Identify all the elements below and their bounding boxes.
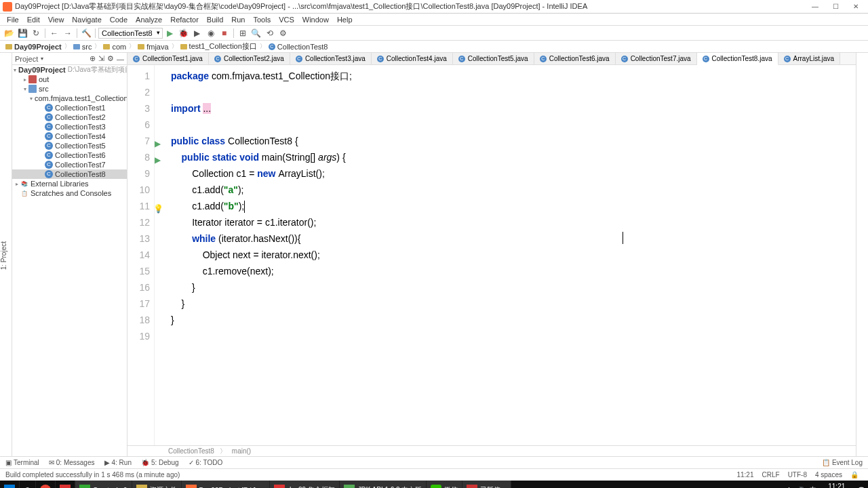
system-tray[interactable]: ˄ 🔊 中 11:21 2020/2/20 💬 <box>787 483 869 488</box>
panel-settings-icon[interactable]: ⚙ <box>107 54 114 63</box>
menu-view[interactable]: View <box>44 16 68 24</box>
save-icon[interactable]: 💾 <box>16 27 28 39</box>
build-status: Build completed successfully in 1 s 468 … <box>5 471 180 479</box>
menu-tools[interactable]: Tools <box>249 16 275 24</box>
open-icon[interactable]: 📂 <box>3 27 15 39</box>
line-separator[interactable]: CRLF <box>758 471 784 479</box>
crumb-file[interactable]: CCollectionTest8 <box>266 43 331 51</box>
todo-tab[interactable]: ✓ 6: TODO <box>189 459 223 466</box>
history-icon[interactable]: ⟲ <box>264 27 276 39</box>
panel-gear-icon[interactable]: ⊕ <box>90 54 96 63</box>
window-title: Day09Project [D:\Java零基础到项目实战框架\day09-集合… <box>15 1 806 12</box>
menu-help[interactable]: Help <box>333 16 357 24</box>
menu-vcs[interactable]: VCS <box>275 16 298 24</box>
menu-edit[interactable]: Edit <box>23 16 44 24</box>
run-tab[interactable]: ▶ 4: Run <box>104 459 132 466</box>
panel-collapse-icon[interactable]: ⇲ <box>98 54 104 63</box>
tab[interactable]: CCollectionTest6.java <box>534 53 616 64</box>
panel-hide-icon[interactable]: — <box>117 55 124 63</box>
terminal-tab[interactable]: ▣ Terminal <box>5 459 39 466</box>
stop-icon[interactable]: ■ <box>218 27 231 39</box>
debug-icon[interactable]: 🐞 <box>178 27 190 39</box>
tab[interactable]: CCollectionTest7.java <box>616 53 697 64</box>
task-wechat[interactable]: 微信 <box>427 481 462 488</box>
menu-refactor[interactable]: Refactor <box>166 16 203 24</box>
task-chrome[interactable] <box>36 481 56 488</box>
task-camtasia[interactable]: Camtasia 9 <box>75 481 132 488</box>
event-log-tab[interactable]: 📋 Event Log <box>822 459 863 466</box>
project-panel: Project ▾ ⊕ ⇲ ⚙ — ▾Day09Project D:\Java零… <box>12 53 127 456</box>
messages-tab[interactable]: ✉ 0: Messages <box>49 459 95 466</box>
settings-icon[interactable]: ⚙ <box>277 27 290 39</box>
project-tree[interactable]: ▾Day09Project D:\Java零基础到项目系 ▸out ▾src ▾… <box>12 65 127 456</box>
task-intellij[interactable]: Day09Project [D:\Ja... <box>182 481 270 488</box>
task-explorer[interactable]: 资源文件 <box>132 481 182 488</box>
panel-title: Project <box>15 55 38 63</box>
windows-taskbar: ◯ Camtasia 9 资源文件 Day09Project [D:\Ja...… <box>0 481 868 488</box>
menu-run[interactable]: Run <box>227 16 249 24</box>
menu-code[interactable]: Code <box>106 16 132 24</box>
forward-icon[interactable]: → <box>62 27 74 39</box>
lock-icon[interactable]: 🔒 <box>846 471 863 479</box>
project-tool-label[interactable]: 1: Project <box>0 241 7 270</box>
title-bar: Day09Project [D:\Java零基础到项目实战框架\day09-集合… <box>0 0 868 14</box>
run-icon[interactable]: ▶ <box>164 27 176 39</box>
tab[interactable]: CCollectionTest4.java <box>372 53 453 64</box>
tree-file[interactable]: CCollectionTest6 <box>12 150 127 160</box>
menu-file[interactable]: File <box>3 16 23 24</box>
crumb-project[interactable]: Day09Project <box>3 43 64 51</box>
tab-active[interactable]: CCollectionTest8.java <box>697 53 778 65</box>
right-gutter <box>856 53 868 456</box>
tree-file[interactable]: CCollectionTest7 <box>12 160 127 169</box>
tray-ime-icon[interactable]: 中 <box>810 485 816 488</box>
start-button[interactable] <box>0 481 20 488</box>
indent[interactable]: 4 spaces <box>811 471 846 479</box>
debug-tab[interactable]: 🐞 5: Debug <box>141 459 179 466</box>
maximize-button[interactable]: ☐ <box>826 1 845 12</box>
menu-navigate[interactable]: Navigate <box>68 16 105 24</box>
crumb-com[interactable]: com <box>100 43 129 51</box>
crumb-pkg[interactable]: test1_Collection接口 <box>178 41 260 52</box>
cortana-icon[interactable]: ◯ <box>20 481 36 488</box>
tab[interactable]: CCollectionTest5.java <box>453 53 534 64</box>
task-word[interactable]: day09-集合框架 <box>270 481 340 488</box>
build-icon[interactable]: 🔨 <box>80 27 92 39</box>
crumb-fmjava[interactable]: fmjava <box>135 43 171 51</box>
back-icon[interactable]: ← <box>48 27 60 39</box>
close-button[interactable]: ✕ <box>846 1 865 12</box>
tab[interactable]: CArrayList.java <box>778 53 841 64</box>
run-config-select[interactable]: CollectionTest8 <box>98 28 163 39</box>
profile-icon[interactable]: ◉ <box>205 27 217 39</box>
tree-file[interactable]: CCollectionTest3 <box>12 122 127 131</box>
crumb-src[interactable]: src <box>71 43 95 51</box>
cursor-position[interactable]: 11:21 <box>732 471 757 479</box>
task-jdk[interactable]: JDK API 1.6.0 中文版 <box>340 481 427 488</box>
minimize-button[interactable]: — <box>806 1 825 12</box>
menu-analyze[interactable]: Analyze <box>132 16 166 24</box>
encoding[interactable]: UTF-8 <box>784 471 811 479</box>
search-icon[interactable]: 🔍 <box>250 27 262 39</box>
tab[interactable]: CCollectionTest1.java <box>127 53 209 64</box>
tree-file[interactable]: CCollectionTest4 <box>12 131 127 141</box>
menu-build[interactable]: Build <box>203 16 227 24</box>
tree-file[interactable]: CCollectionTest5 <box>12 141 127 150</box>
bottom-tool-tabs: ▣ Terminal ✉ 0: Messages ▶ 4: Run 🐞 5: D… <box>0 456 868 468</box>
tab[interactable]: CCollectionTest2.java <box>209 53 290 64</box>
menu-bar: File Edit View Navigate Code Analyze Ref… <box>0 14 868 26</box>
task-paused[interactable]: 已暂停... <box>462 481 511 488</box>
left-gutter: 1: Project <box>0 53 12 456</box>
code-editor[interactable]: 1 2 3 6 7▶ 8▶ 9 10 11💡 12 13 14 15 16 17… <box>127 65 856 445</box>
app-icon <box>3 2 12 12</box>
coverage-icon[interactable]: ▶ <box>191 27 203 39</box>
secondary-cursor <box>623 232 623 244</box>
tree-file[interactable]: CCollectionTest2 <box>12 113 127 122</box>
structure-icon[interactable]: ⊞ <box>237 27 249 39</box>
breadcrumb: Day09Project 〉 src 〉 com 〉 fmjava 〉 test… <box>0 41 868 53</box>
menu-window[interactable]: Window <box>298 16 333 24</box>
refresh-icon[interactable]: ↻ <box>30 27 42 39</box>
task-app[interactable] <box>56 481 75 488</box>
tab[interactable]: CCollectionTest3.java <box>290 53 372 64</box>
editor-area: CCollectionTest1.java CCollectionTest2.j… <box>127 53 856 456</box>
tree-file[interactable]: CCollectionTest1 <box>12 103 127 113</box>
tree-file-active[interactable]: CCollectionTest8 <box>12 169 127 179</box>
